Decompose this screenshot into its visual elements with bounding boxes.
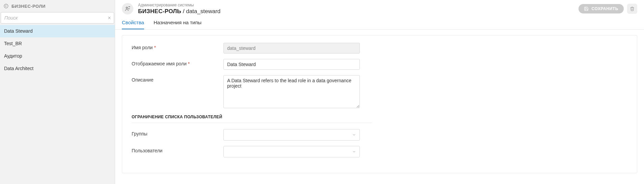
back-icon[interactable] [3, 3, 9, 9]
breadcrumb-block: Администрирование системы БИЗНЕС-РОЛЬ / … [138, 3, 574, 15]
list-item[interactable]: Test_BR [0, 37, 115, 50]
topbar: Администрирование системы БИЗНЕС-РОЛЬ / … [115, 0, 644, 15]
tab-properties[interactable]: Свойства [122, 20, 144, 29]
required-marker: * [154, 45, 156, 50]
form-row-display-name: Отображаемое имя роли* [132, 59, 627, 70]
title-sep: / [181, 8, 186, 14]
label-display-name: Отображаемое имя роли* [132, 59, 223, 66]
list-item[interactable]: Data Architect [0, 62, 115, 75]
delete-button[interactable] [627, 4, 637, 14]
svg-point-3 [126, 7, 128, 9]
save-label: СОХРАНИТЬ [591, 6, 618, 11]
title-suffix: data_steward [186, 8, 220, 14]
title-prefix: БИЗНЕС-РОЛЬ [138, 8, 181, 14]
sidebar-header: БИЗНЕС-РОЛИ [0, 0, 115, 12]
label-users: Пользователи [132, 146, 223, 153]
tabs: Свойства Назначения на типы [115, 15, 644, 30]
content: Имя роли* Отображаемое имя роли* Описани… [122, 35, 637, 173]
label-description: Описание [132, 75, 223, 83]
chevron-down-icon [352, 150, 356, 154]
users-select[interactable] [223, 146, 360, 157]
svg-point-0 [4, 4, 8, 8]
tab-type-assignments[interactable]: Назначения на типы [154, 20, 202, 29]
description-textarea[interactable] [223, 75, 360, 108]
form-row-role-name: Имя роли* [132, 43, 627, 54]
sidebar-title: БИЗНЕС-РОЛИ [11, 4, 46, 9]
breadcrumb: Администрирование системы [138, 3, 574, 7]
label-role-name: Имя роли* [132, 43, 223, 50]
role-name-input [223, 43, 360, 54]
main: Администрирование системы БИЗНЕС-РОЛЬ / … [115, 0, 644, 184]
section-heading-restrict: ОГРАНИЧЕНИЕ СПИСКА ПОЛЬЗОВАТЕЛЕЙ [132, 115, 372, 123]
save-button[interactable]: СОХРАНИТЬ [579, 4, 624, 13]
form-row-users: Пользователи [132, 146, 627, 157]
form-row-description: Описание [132, 75, 627, 109]
actions: СОХРАНИТЬ [579, 4, 637, 14]
list-item[interactable]: Аудитор [0, 50, 115, 62]
role-list: Data Steward Test_BR Аудитор Data Archit… [0, 25, 115, 75]
list-item[interactable]: Data Steward [0, 25, 115, 37]
required-marker: * [188, 61, 190, 66]
label-groups: Группы [132, 129, 223, 136]
display-name-input[interactable] [223, 59, 360, 70]
form-row-groups: Группы [132, 129, 627, 141]
search-wrap [0, 12, 115, 25]
chevron-down-icon [352, 133, 356, 137]
search-input[interactable] [1, 12, 114, 24]
role-icon [122, 3, 133, 14]
clear-icon[interactable] [107, 16, 111, 20]
page-title: БИЗНЕС-РОЛЬ / data_steward [138, 8, 574, 15]
trash-icon [630, 6, 635, 11]
groups-select[interactable] [223, 129, 360, 141]
save-icon [584, 6, 589, 11]
sidebar: БИЗНЕС-РОЛИ Data Steward Test_BR Аудитор… [0, 0, 115, 184]
